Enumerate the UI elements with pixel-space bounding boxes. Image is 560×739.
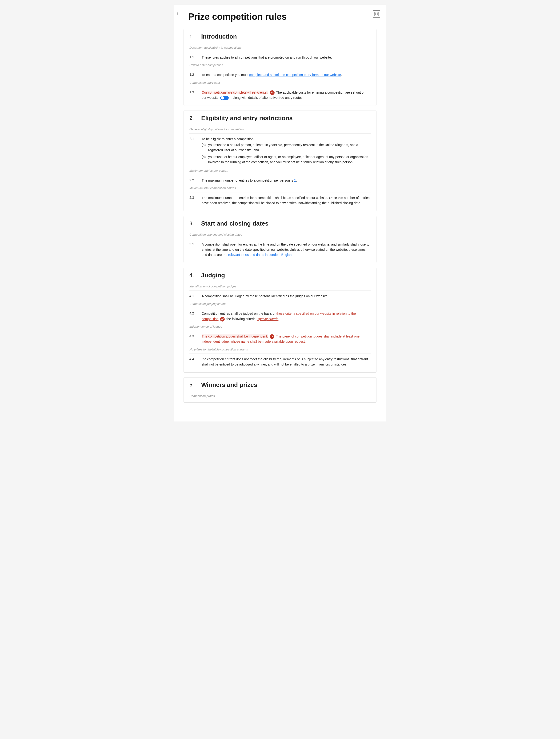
section-2-content: General eligibility criteria for competi… [184, 126, 376, 211]
text-2-1-a: you must be a natural person, at least 1… [208, 142, 371, 153]
subsection-1-2: 1.2 To enter a competition you must comp… [189, 71, 371, 79]
svg-rect-0 [375, 12, 376, 14]
text-1-3-red-part: Our competitions are completely free to … [202, 91, 268, 94]
section-1-header: 1. Introduction [184, 29, 376, 44]
section-3-title: Start and closing dates [201, 220, 268, 227]
specify-criteria[interactable]: specify criteria [257, 317, 278, 321]
label-judging-criteria: Competition judging criteria [189, 300, 371, 306]
label-no-prizes-ineligible: No prizes for ineligible competition ent… [189, 346, 371, 352]
or-badge-4-3: or [270, 334, 274, 339]
or-badge-4-2: or [220, 317, 225, 321]
alpha-b: (b) [202, 154, 206, 165]
svg-rect-1 [377, 12, 378, 14]
section-1-title: Introduction [201, 33, 237, 40]
section-4: 4. Judging Identification of competition… [183, 268, 377, 373]
text-1-1: These rules applies to all competitions … [202, 55, 371, 60]
num-4-4: 4.4 [189, 356, 198, 367]
subsection-4-3: 4.3 The competition judges shall be inde… [189, 332, 371, 346]
svg-rect-3 [377, 15, 378, 16]
subsection-1-3: 1.3 Our competitions are completely free… [189, 89, 371, 102]
text-1-2: To enter a competition you must complete… [202, 72, 371, 78]
num-1-3: 1.3 [189, 90, 198, 101]
label-general-eligibility: General eligibility criteria for competi… [189, 126, 371, 132]
section-5-title: Winners and prizes [201, 381, 257, 389]
text-4-3-red: The competition judges shall be independ… [202, 334, 268, 338]
label-identification-judges: Identification of competition judges [189, 283, 371, 289]
num-3-1: 3.1 [189, 242, 198, 258]
text-4-4: If a competition entrant does not meet t… [202, 356, 371, 367]
page-title: Prize competition rules [188, 12, 377, 22]
page-container: 3 Prize competition rules 1. Introductio… [174, 5, 386, 422]
subsection-4-2: 4.2 Competition entries shall be judged … [189, 309, 371, 323]
num-1-1: 1.1 [189, 55, 198, 60]
num-1-2: 1.2 [189, 72, 198, 78]
section-2-header: 2. Eligibility and entry restrictions [184, 111, 376, 126]
alpha-a: (a) [202, 142, 206, 153]
num-4-1: 4.1 [189, 294, 198, 299]
section-2-title: Eligibility and entry restrictions [201, 115, 293, 122]
list-2-1-b: (b) you must not be our employee, office… [202, 154, 371, 166]
label-max-total-entries: Maximum total competition entries [189, 184, 371, 191]
max-entries-value[interactable]: 1 [294, 178, 296, 182]
link-relevant-times[interactable]: relevant times and dates in London, Engl… [228, 253, 293, 257]
label-independence-judges: Independence of judges [189, 323, 371, 329]
section-3-number: 3. [189, 220, 196, 227]
text-1-3: Our competitions are completely free to … [202, 90, 371, 101]
text-4-2-red: those criteria specified on our website … [202, 312, 356, 321]
num-4-3: 4.3 [189, 334, 198, 344]
list-2-1-a: (a) you must be a natural person, at lea… [202, 142, 371, 154]
text-1-3-end: , along with details of alternative free… [231, 96, 303, 100]
toggle-1-3[interactable] [220, 96, 229, 100]
num-4-2: 4.2 [189, 311, 198, 321]
num-2-2: 2.2 [189, 178, 198, 183]
svg-rect-2 [375, 15, 376, 16]
or-badge-1-3: or [270, 90, 275, 95]
label-doc-applicability: Document applicability to competitions [189, 44, 371, 50]
subsection-4-1: 4.1 A competition shall be judged by tho… [189, 292, 371, 300]
subsection-1-1: 1.1 These rules applies to all competiti… [189, 53, 371, 61]
section-1-number: 1. [189, 34, 196, 40]
subsection-2-3: 2.3 The maximum number of entries for a … [189, 194, 371, 207]
section-4-header: 4. Judging [184, 268, 376, 283]
label-max-entries-person: Maximum entries per person [189, 167, 371, 173]
label-entry-cost: Competition entry cost [189, 79, 371, 86]
section-2-number: 2. [189, 115, 196, 121]
num-2-1: 2.1 [189, 136, 198, 166]
section-3-header: 3. Start and closing dates [184, 216, 376, 231]
section-3-content: Competition opening and closing dates 3.… [184, 231, 376, 263]
num-2-3: 2.3 [189, 195, 198, 206]
label-competition-prizes: Competition prizes [189, 392, 371, 399]
section-5-content: Competition prizes [184, 392, 376, 403]
text-4-1: A competition shall be judged by those p… [202, 294, 371, 299]
text-2-2: The maximum number of entries to a compe… [202, 178, 371, 183]
grid-icon[interactable] [373, 10, 380, 18]
section-4-number: 4. [189, 272, 196, 278]
section-5-number: 5. [189, 382, 196, 388]
label-how-to-enter: How to enter competition [189, 61, 371, 68]
section-1: 1. Introduction Document applicability t… [183, 29, 377, 106]
subsection-3-1: 3.1 A competition shall open for entries… [189, 240, 371, 259]
section-2: 2. Eligibility and entry restrictions Ge… [183, 111, 377, 211]
subsection-4-4: 4.4 If a competition entrant does not me… [189, 355, 371, 368]
text-4-3: The competition judges shall be independ… [202, 334, 371, 344]
text-2-1-b: you must not be our employee, officer or… [208, 154, 371, 165]
section-4-content: Identification of competition judges 4.1… [184, 283, 376, 372]
section-5: 5. Winners and prizes Competition prizes [183, 377, 377, 403]
section-4-title: Judging [201, 272, 225, 279]
subsection-2-1: 2.1 To be eligible to enter a competitio… [189, 135, 371, 167]
text-3-1: A competition shall open for entries at … [202, 242, 371, 258]
label-opening-closing-dates: Competition opening and closing dates [189, 231, 371, 237]
page-number: 3 [176, 12, 178, 15]
text-2-1: To be eligible to enter a competition: (… [202, 136, 371, 166]
section-1-content: Document applicability to competitions 1… [184, 44, 376, 106]
subsection-2-2: 2.2 The maximum number of entries to a c… [189, 176, 371, 184]
link-entry-form[interactable]: complete and submit the competition entr… [249, 73, 341, 77]
section-5-header: 5. Winners and prizes [184, 378, 376, 392]
text-2-3: The maximum number of entries for a comp… [202, 195, 371, 206]
text-4-2: Competition entries shall be judged on t… [202, 311, 371, 321]
section-3: 3. Start and closing dates Competition o… [183, 216, 377, 263]
